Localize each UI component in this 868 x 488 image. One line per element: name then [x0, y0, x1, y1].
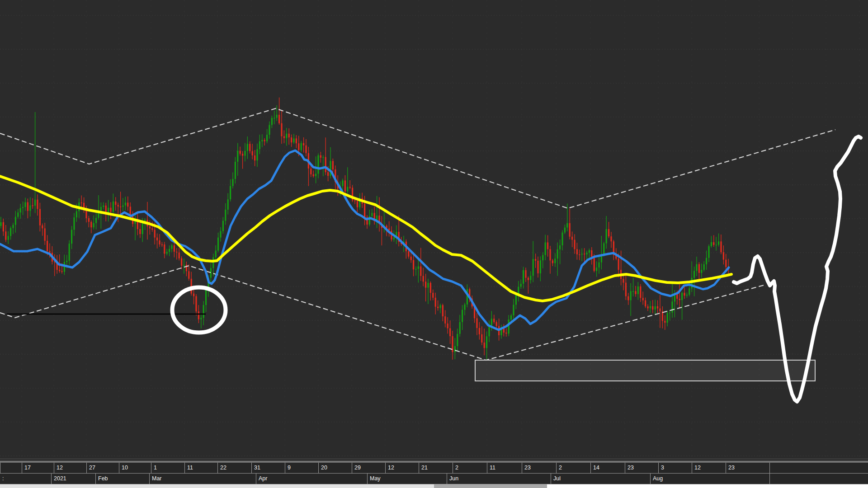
candle-body: [571, 237, 573, 240]
candle-body: [637, 286, 639, 294]
candle-body: [330, 161, 331, 176]
day-tick-cell: 11: [184, 463, 217, 473]
candle-body: [720, 241, 722, 252]
candle-body: [200, 318, 202, 319]
candle-body: [425, 282, 426, 287]
candle-body: [623, 279, 624, 282]
candle-body: [596, 267, 597, 271]
candle-body: [671, 301, 673, 312]
candle-body: [505, 333, 507, 333]
candle-body: [632, 291, 634, 292]
candle-body: [332, 161, 334, 169]
candle-body: [696, 264, 697, 271]
candle-body: [215, 251, 217, 258]
candle-body: [264, 140, 265, 141]
date-axis-month-row[interactable]: :2021FebMarAprMayJunJulAug: [0, 474, 868, 484]
candle-body: [525, 270, 526, 278]
candle-body: [547, 242, 548, 249]
candle-body: [586, 253, 587, 254]
candle-body: [486, 336, 487, 348]
axis-row-end-border: [769, 463, 770, 473]
day-tick-cell: 12: [54, 463, 86, 473]
candle-body: [423, 276, 424, 282]
month-cell: May: [367, 474, 447, 484]
candle-body: [69, 244, 70, 261]
candle-body: [149, 226, 151, 229]
candle-body: [540, 260, 541, 273]
candle-body: [32, 205, 33, 206]
candle-body: [342, 180, 343, 186]
candle-body: [151, 229, 153, 230]
candle-body: [430, 283, 431, 293]
candle-body: [127, 202, 128, 206]
month-cell: :: [0, 474, 51, 484]
chart-canvas[interactable]: [0, 0, 868, 458]
candle-body: [212, 257, 214, 268]
candle-body: [61, 271, 62, 272]
candle-body: [569, 223, 571, 237]
candle-body: [508, 319, 509, 333]
candle-body: [325, 157, 326, 173]
candle-body: [225, 210, 226, 221]
day-tick-cell: 9: [285, 463, 318, 473]
candle-body: [510, 315, 512, 319]
candle-body: [20, 208, 21, 212]
month-cell: Mar: [149, 474, 256, 484]
candle-body: [22, 207, 24, 208]
month-cell: 2021: [51, 474, 95, 484]
candle-body: [17, 212, 19, 216]
candle-body: [642, 298, 644, 300]
day-tick-cell: 12: [385, 463, 419, 473]
candle-body: [203, 305, 204, 318]
candle-body: [610, 236, 612, 241]
candle-body: [347, 187, 348, 191]
candle-body: [625, 283, 627, 296]
scrollbar-track[interactable]: [0, 484, 434, 488]
month-cell: Apr: [256, 474, 367, 484]
candle-body: [286, 134, 287, 138]
candle-body: [627, 296, 629, 300]
day-tick-cell: 20: [318, 463, 352, 473]
candle-body: [34, 200, 36, 206]
candle-body: [283, 136, 285, 138]
candle-body: [579, 254, 580, 255]
candle-body: [261, 140, 263, 141]
day-tick-cell: 2: [556, 463, 590, 473]
candle-body: [42, 225, 43, 229]
candle-body: [647, 306, 648, 308]
day-tick-cell: 23: [625, 463, 658, 473]
scrollbar-track[interactable]: [434, 484, 547, 488]
candle-body: [12, 225, 14, 228]
candle-body: [118, 205, 119, 206]
candle-body: [237, 151, 238, 162]
candle-body: [552, 260, 553, 263]
candle-body: [701, 270, 702, 273]
candle-body: [418, 267, 419, 269]
candle-body: [693, 271, 695, 278]
candle-body: [242, 154, 243, 155]
candle-body: [293, 138, 294, 142]
candle-body: [301, 143, 302, 150]
candle-body: [71, 230, 72, 244]
day-tick-cell: 12: [692, 463, 726, 473]
candle-body: [415, 269, 416, 270]
candle-body: [606, 229, 607, 244]
candle-body: [100, 207, 102, 211]
candle-body: [432, 293, 434, 298]
horizontal-scrollbar[interactable]: [0, 484, 868, 488]
candle-body: [220, 231, 221, 237]
candle-body: [349, 187, 351, 188]
day-tick-cell-empty: [0, 463, 22, 473]
candle-body: [457, 334, 458, 346]
candle-body: [427, 283, 429, 288]
candle-body: [564, 228, 566, 233]
candle-body: [530, 276, 531, 280]
scrollbar-thumb[interactable]: [547, 484, 868, 488]
candle-body: [93, 223, 94, 228]
date-axis-day-row[interactable]: 171227101112231920291221211232142331223: [0, 462, 868, 474]
candle-body: [227, 199, 229, 210]
candle-body: [462, 310, 463, 322]
candle-body: [481, 334, 482, 343]
candle-body: [305, 145, 307, 153]
candle-body: [447, 324, 448, 328]
